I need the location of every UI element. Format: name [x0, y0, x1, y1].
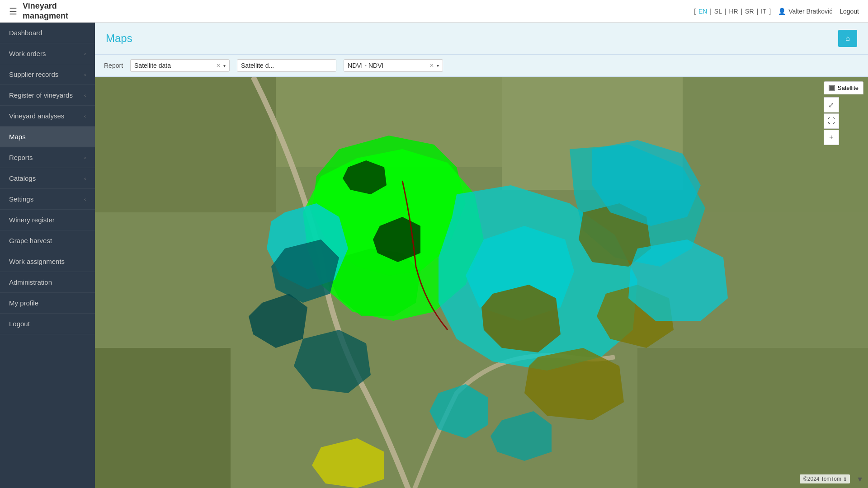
sidebar-item-label: Catalogs [9, 174, 36, 182]
chevron-icon: ‹ [84, 113, 86, 119]
sidebar-item-grape-harvest[interactable]: Grape harvest [0, 230, 95, 251]
map-background [95, 77, 868, 488]
chevron-icon: ‹ [84, 51, 86, 56]
map-container[interactable]: Satellite ⤢ ⛶ + ©2024 TomTom ℹ ▼ [95, 77, 868, 488]
ndvi-value: NDVI - NDVI [348, 62, 427, 69]
page-title: Maps [106, 32, 132, 45]
username: Valter Bratković [788, 8, 832, 15]
satellite-label: Satellite [838, 84, 859, 91]
user-info: 👤 Valter Bratković [778, 8, 832, 15]
expand-icon[interactable]: ⤢ [824, 97, 839, 113]
sidebar-item-label: Logout [9, 320, 30, 328]
scroll-down-icon[interactable]: ▼ [856, 475, 863, 483]
sidebar-item-label: Grape harvest [9, 237, 52, 244]
tomtom-attribution: ©2024 TomTom [803, 476, 841, 482]
sidebar-item-label: Vineyard analyses [9, 112, 64, 120]
sidebar-item-work-orders[interactable]: Work orders ‹ [0, 43, 95, 64]
sidebar-item-label: Administration [9, 278, 52, 286]
satellite-data-select[interactable]: Satellite data ✕ ▾ [130, 59, 230, 72]
sidebar-item-register-vineyards[interactable]: Register of vineyards ‹ [0, 85, 95, 106]
chevron-down-icon: ▾ [437, 63, 439, 68]
header-left: ☰ Vineyard managment [9, 1, 68, 21]
user-icon: 👤 [778, 8, 786, 15]
sidebar-item-label: Maps [9, 133, 26, 141]
clear-icon[interactable]: ✕ [216, 62, 221, 69]
chevron-icon: ‹ [84, 72, 86, 77]
home-button[interactable]: ⌂ [838, 30, 857, 47]
sidebar-item-supplier-records[interactable]: Supplier records ‹ [0, 64, 95, 85]
fit-bounds-icon[interactable]: ⛶ [824, 113, 839, 129]
sidebar-item-work-assignments[interactable]: Work assignments [0, 251, 95, 272]
satellite-data-value: Satellite data [134, 62, 213, 69]
sidebar-item-settings[interactable]: Settings ‹ [0, 189, 95, 210]
sidebar-item-label: Dashboard [9, 29, 42, 37]
lang-en[interactable]: EN [698, 8, 707, 15]
maps-header: Maps ⌂ [95, 23, 868, 55]
satellite-square-icon [829, 85, 835, 91]
sidebar-item-my-profile[interactable]: My profile [0, 293, 95, 314]
lang-hr[interactable]: HR [729, 8, 738, 15]
maps-toolbar: Report Satellite data ✕ ▾ Satellite d...… [95, 55, 868, 77]
satellite-d-value: Satellite d... [241, 62, 332, 69]
sidebar-item-label: My profile [9, 299, 38, 307]
sidebar-item-administration[interactable]: Administration [0, 272, 95, 293]
sidebar-item-label: Work orders [9, 50, 46, 57]
map-attribution: ©2024 TomTom ℹ [800, 474, 850, 483]
sidebar-item-logout[interactable]: Logout [0, 314, 95, 334]
chevron-icon: ‹ [84, 155, 86, 160]
language-selector: [ EN | SL | HR | SR | IT ] [694, 8, 771, 15]
ndvi-select[interactable]: NDVI - NDVI ✕ ▾ [344, 59, 443, 72]
sidebar-item-winery-register[interactable]: Winery register [0, 210, 95, 230]
attribution-icon[interactable]: ℹ [844, 476, 846, 482]
satellite-button[interactable]: Satellite [824, 81, 863, 94]
chevron-icon: ‹ [84, 176, 86, 181]
lang-it[interactable]: IT [761, 8, 766, 15]
report-label: Report [104, 62, 123, 69]
sidebar-item-vineyard-analyses[interactable]: Vineyard analyses ‹ [0, 106, 95, 127]
content-area: Maps ⌂ Report Satellite data ✕ ▾ Satelli… [95, 23, 868, 488]
lang-sr[interactable]: SR [745, 8, 754, 15]
sidebar-item-dashboard[interactable]: Dashboard [0, 23, 95, 43]
chevron-down-icon: ▾ [223, 63, 226, 68]
chevron-icon: ‹ [84, 93, 86, 98]
hamburger-icon[interactable]: ☰ [9, 6, 17, 17]
clear-icon[interactable]: ✕ [429, 62, 434, 69]
sidebar-item-label: Winery register [9, 216, 55, 224]
logout-link[interactable]: Logout [840, 8, 859, 15]
satellite-d-select[interactable]: Satellite d... [237, 59, 336, 72]
sidebar: Dashboard Work orders ‹ Supplier records… [0, 23, 95, 488]
main-layout: Dashboard Work orders ‹ Supplier records… [0, 23, 868, 488]
chevron-icon: ‹ [84, 197, 86, 202]
sidebar-item-label: Settings [9, 195, 33, 203]
lang-sl[interactable]: SL [714, 8, 722, 15]
fullscreen-icon[interactable]: + [824, 130, 839, 145]
app-title: Vineyard managment [23, 1, 68, 21]
sidebar-item-maps[interactable]: Maps [0, 127, 95, 147]
sidebar-item-label: Supplier records [9, 70, 58, 78]
sidebar-item-label: Reports [9, 154, 33, 161]
sidebar-item-label: Work assignments [9, 258, 65, 265]
map-controls: Satellite ⤢ ⛶ + [824, 81, 863, 145]
sidebar-item-catalogs[interactable]: Catalogs ‹ [0, 168, 95, 189]
sidebar-item-label: Register of vineyards [9, 91, 73, 99]
sidebar-item-reports[interactable]: Reports ‹ [0, 147, 95, 168]
header-right: [ EN | SL | HR | SR | IT ] 👤 Valter Brat… [694, 8, 859, 15]
top-header: ☰ Vineyard managment [ EN | SL | HR | SR… [0, 0, 868, 23]
